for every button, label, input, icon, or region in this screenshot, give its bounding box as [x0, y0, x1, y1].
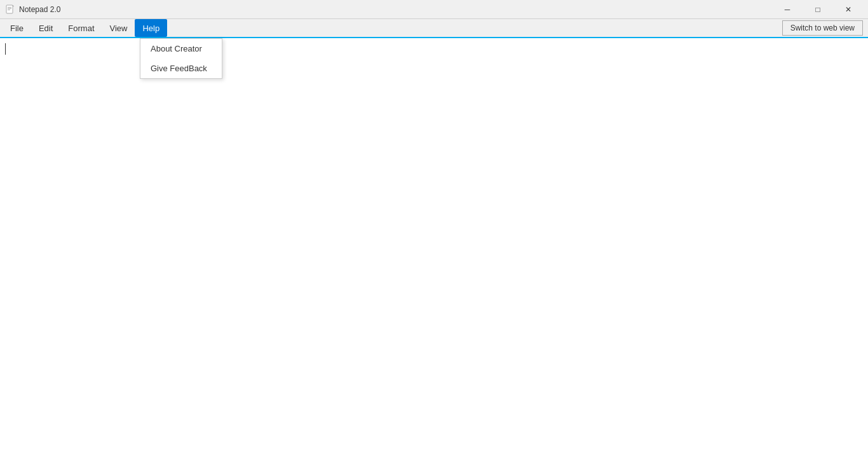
title-bar: Notepad 2.0 ─ □ ✕ — [0, 0, 868, 19]
minimize-button[interactable]: ─ — [773, 0, 802, 19]
menu-bar: File Edit Format View Help Switch to web… — [0, 19, 868, 38]
help-dropdown-menu: About Creator Give FeedBack — [140, 38, 222, 79]
menu-bar-left: File Edit Format View Help — [3, 19, 167, 37]
svg-rect-1 — [8, 7, 11, 8]
give-feedback-menu-item[interactable]: Give FeedBack — [140, 59, 222, 78]
menu-item-edit[interactable]: Edit — [31, 19, 60, 37]
svg-rect-0 — [6, 5, 13, 13]
maximize-button[interactable]: □ — [803, 0, 832, 19]
switch-to-web-button[interactable]: Switch to web view — [782, 20, 863, 36]
svg-marker-4 — [13, 5, 14, 6]
menu-item-format[interactable]: Format — [60, 19, 102, 37]
app-title: Notepad 2.0 — [19, 5, 60, 14]
menu-item-help[interactable]: Help — [135, 19, 167, 37]
editor-area[interactable] — [0, 38, 868, 463]
cursor-line — [5, 41, 863, 55]
window-controls: ─ □ ✕ — [773, 0, 863, 19]
menu-item-file[interactable]: File — [3, 19, 31, 37]
app-icon — [5, 4, 15, 15]
menu-item-view[interactable]: View — [102, 19, 135, 37]
text-cursor — [5, 43, 6, 55]
svg-rect-3 — [8, 10, 10, 10]
title-bar-left: Notepad 2.0 — [5, 4, 60, 15]
close-button[interactable]: ✕ — [834, 0, 863, 19]
about-creator-menu-item[interactable]: About Creator — [140, 39, 222, 59]
svg-rect-2 — [8, 8, 11, 9]
